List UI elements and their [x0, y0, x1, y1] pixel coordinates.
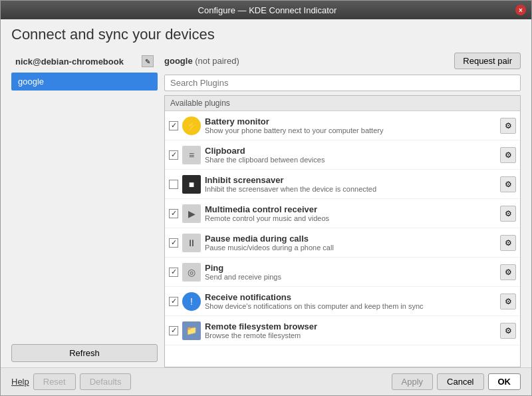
plugin-info-receive-notifications: Receive notificationsShow device's notif… [205, 292, 496, 310]
plugin-info-battery-monitor: Battery monitorShow your phone battery n… [205, 116, 496, 134]
bottom-bar: Help Reset Defaults Apply Cancel OK [1, 367, 531, 395]
plugin-desc-ping: Send and receive pings [205, 273, 496, 281]
search-plugins-input[interactable] [164, 75, 521, 91]
edit-icon[interactable]: ✎ [142, 55, 154, 67]
device-header: nick@debian-chromebook ✎ [11, 53, 158, 70]
plugin-name-clipboard: Clipboard [205, 146, 496, 156]
page-title: Connect and sync your devices [11, 26, 521, 43]
plugin-desc-battery-monitor: Show your phone battery next to your com… [205, 126, 496, 134]
plugin-row-multimedia: ▶Multimedia control receiverRemote contr… [165, 199, 520, 228]
plugin-settings-receive-notifications[interactable]: ⚙ [500, 294, 516, 309]
plugin-settings-clipboard[interactable]: ⚙ [500, 147, 516, 163]
close-button[interactable]: × [515, 5, 526, 15]
bottom-left-buttons: Help Reset Defaults [11, 373, 131, 390]
plugins-container: Available plugins ⚡Battery monitorShow y… [164, 95, 521, 367]
titlebar: Configure — KDE Connect Indicator × [1, 1, 531, 19]
help-button[interactable]: Help [11, 373, 29, 390]
plugin-desc-receive-notifications: Show device's notifications on this comp… [205, 302, 496, 310]
cancel-button[interactable]: Cancel [437, 373, 483, 390]
apply-button[interactable]: Apply [392, 373, 434, 390]
plugin-icon-pause-media: ⏸ [182, 234, 201, 252]
window-title: Configure — KDE Connect Indicator [19, 5, 515, 15]
plugin-desc-multimedia: Remote control your music and videos [205, 214, 496, 222]
plugin-desc-pause-media: Pause music/videos during a phone call [205, 244, 496, 252]
plugin-desc-inhibit-screensaver: Inhibit the screensaver when the device … [205, 185, 496, 193]
ok-button[interactable]: OK [488, 373, 521, 390]
plugin-row-ping: ◎PingSend and receive pings⚙ [165, 258, 520, 287]
plugin-info-multimedia: Multimedia control receiverRemote contro… [205, 204, 496, 222]
plugin-checkbox-remote-filesystem[interactable] [169, 326, 178, 335]
plugin-row-battery-monitor: ⚡Battery monitorShow your phone battery … [165, 111, 520, 140]
plugin-icon-multimedia: ▶ [182, 204, 201, 223]
plugins-header: Available plugins [165, 96, 520, 111]
plugin-checkbox-receive-notifications[interactable] [169, 297, 178, 306]
plugin-row-inhibit-screensaver: ■Inhibit screensaverInhibit the screensa… [165, 170, 520, 199]
device-status-bar: google (not paired) Request pair [164, 53, 521, 69]
plugin-desc-clipboard: Share the clipboard between devices [205, 156, 496, 164]
plugin-name-multimedia: Multimedia control receiver [205, 204, 496, 214]
plugin-settings-multimedia[interactable]: ⚙ [500, 206, 516, 222]
plugin-name-ping: Ping [205, 263, 496, 273]
bottom-right-buttons: Apply Cancel OK [392, 373, 521, 390]
plugin-icon-battery-monitor: ⚡ [182, 116, 201, 135]
plugin-checkbox-pause-media[interactable] [169, 238, 178, 248]
defaults-button[interactable]: Defaults [80, 373, 132, 390]
device-status-label: google (not paired) [164, 56, 239, 66]
plugin-settings-pause-media[interactable]: ⚙ [500, 235, 516, 251]
plugin-row-remote-filesystem: 📁Remote filesystem browserBrowse the rem… [165, 316, 520, 345]
plugin-icon-receive-notifications: ! [182, 292, 201, 311]
plugin-name-pause-media: Pause media during calls [205, 234, 496, 244]
refresh-button[interactable]: Refresh [11, 344, 158, 362]
plugin-icon-ping: ◎ [182, 263, 201, 282]
left-panel: nick@debian-chromebook ✎ google Refresh [11, 53, 158, 367]
plugin-info-ping: PingSend and receive pings [205, 263, 496, 281]
plugin-settings-inhibit-screensaver[interactable]: ⚙ [500, 176, 516, 192]
device-pair-status: (not paired) [195, 56, 239, 66]
plugin-info-remote-filesystem: Remote filesystem browserBrowse the remo… [205, 321, 496, 339]
plugin-name-battery-monitor: Battery monitor [205, 116, 496, 126]
plugin-name-receive-notifications: Receive notifications [205, 292, 496, 302]
plugin-settings-remote-filesystem[interactable]: ⚙ [500, 323, 516, 339]
plugin-checkbox-multimedia[interactable] [169, 209, 178, 218]
plugin-settings-ping[interactable]: ⚙ [500, 264, 516, 280]
plugin-icon-clipboard: ≡ [182, 146, 201, 164]
plugin-checkbox-inhibit-screensaver[interactable] [169, 180, 178, 189]
plugin-settings-battery-monitor[interactable]: ⚙ [500, 118, 516, 134]
plugin-row-pause-media: ⏸Pause media during callsPause music/vid… [165, 228, 520, 258]
plugin-checkbox-battery-monitor[interactable] [169, 121, 178, 130]
device-item-google[interactable]: google [11, 73, 158, 91]
plugin-checkbox-ping[interactable] [169, 268, 178, 277]
plugin-desc-remote-filesystem: Browse the remote filesystem [205, 331, 496, 339]
plugin-row-receive-notifications: !Receive notificationsShow device's noti… [165, 287, 520, 316]
plugin-info-inhibit-screensaver: Inhibit screensaverInhibit the screensav… [205, 175, 496, 193]
main-window: Configure — KDE Connect Indicator × Conn… [0, 0, 532, 396]
plugin-name-remote-filesystem: Remote filesystem browser [205, 321, 496, 331]
device-name-label: google [164, 56, 193, 66]
plugin-icon-remote-filesystem: 📁 [182, 321, 201, 340]
plugin-icon-inhibit-screensaver: ■ [182, 175, 201, 194]
plugin-name-inhibit-screensaver: Inhibit screensaver [205, 175, 496, 185]
local-device-name: nick@debian-chromebook [15, 57, 124, 67]
content-area: Connect and sync your devices nick@debia… [1, 19, 531, 367]
plugin-checkbox-clipboard[interactable] [169, 150, 178, 160]
right-panel: google (not paired) Request pair Availab… [164, 53, 521, 367]
plugin-info-clipboard: ClipboardShare the clipboard between dev… [205, 146, 496, 164]
plugin-info-pause-media: Pause media during callsPause music/vide… [205, 234, 496, 252]
request-pair-button[interactable]: Request pair [454, 53, 521, 69]
plugin-row-clipboard: ≡ClipboardShare the clipboard between de… [165, 140, 520, 170]
reset-button[interactable]: Reset [33, 373, 76, 390]
plugins-list: ⚡Battery monitorShow your phone battery … [165, 111, 520, 363]
main-body: nick@debian-chromebook ✎ google Refresh … [11, 53, 521, 367]
